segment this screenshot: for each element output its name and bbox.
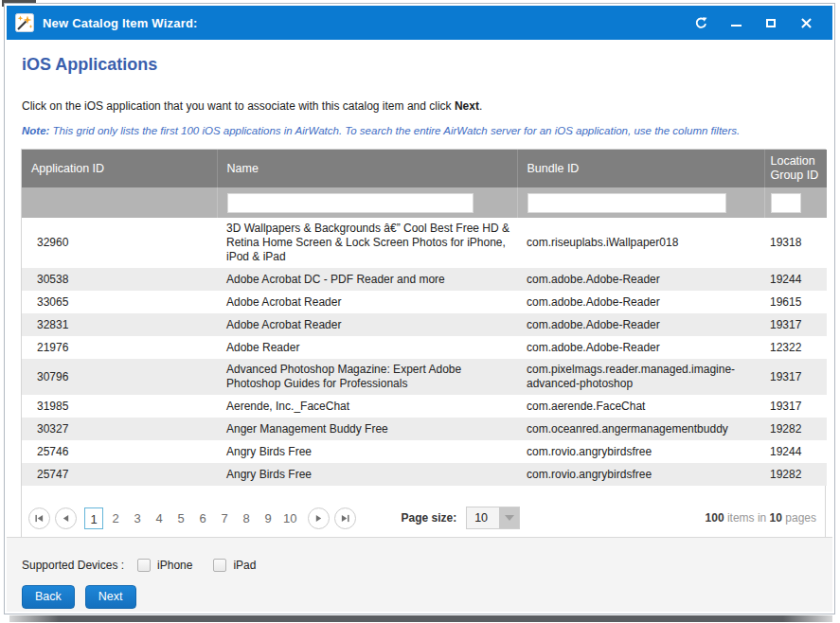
page-number-8[interactable]: 8 bbox=[237, 507, 256, 529]
page-number-7[interactable]: 7 bbox=[215, 507, 234, 529]
column-header-name[interactable]: Name bbox=[217, 150, 517, 187]
cell-bundle-id: com.aerende.FaceChat bbox=[517, 395, 764, 418]
table-row[interactable]: 25747 Angry Birds Free com.rovio.angrybi… bbox=[22, 463, 827, 486]
items-summary: 100 items in 10 pages bbox=[706, 511, 819, 525]
table-row[interactable]: 30538 Adobe Acrobat DC - PDF Reader and … bbox=[22, 268, 827, 291]
note-text: Note: This grid only lists the first 100… bbox=[22, 125, 740, 136]
last-page-button[interactable] bbox=[334, 507, 356, 529]
page-number-1[interactable]: 1 bbox=[84, 507, 103, 529]
cell-bundle-id: com.oceanred.angermanagementbuddy bbox=[517, 418, 764, 440]
table-row[interactable]: 25746 Angry Birds Free com.rovio.angrybi… bbox=[22, 440, 827, 463]
table-row[interactable]: 32831 Adobe Acrobat Reader com.adobe.Ado… bbox=[22, 313, 827, 336]
cell-bundle-id: com.adobe.Adobe-Reader bbox=[517, 336, 764, 359]
wizard-buttons: Back Next bbox=[22, 585, 136, 609]
items-summary-mid: items in bbox=[724, 511, 770, 525]
page-number-2[interactable]: 2 bbox=[106, 507, 125, 529]
ipad-checkbox-label[interactable]: iPad bbox=[233, 559, 256, 572]
table-row[interactable]: 31985 Aerende, Inc._FaceChat com.aerende… bbox=[22, 395, 827, 418]
filter-cell-location-group-id bbox=[764, 187, 827, 218]
cell-app-id: 30796 bbox=[22, 359, 217, 395]
maximize-icon[interactable] bbox=[763, 15, 778, 30]
bundle-id-filter-input[interactable] bbox=[527, 193, 726, 213]
items-summary-end: pages bbox=[782, 511, 816, 525]
next-button[interactable]: Next bbox=[85, 585, 136, 609]
instruction-period: . bbox=[479, 99, 482, 113]
cell-app-id: 32831 bbox=[22, 313, 217, 336]
cell-name: 3D Wallpapers & Backgrounds â€” Cool Bes… bbox=[217, 218, 517, 268]
cell-name: Advanced Photoshop Magazine: Expert Adob… bbox=[217, 359, 517, 395]
column-header-bundle-id[interactable]: Bundle ID bbox=[517, 150, 764, 187]
table-row[interactable]: 32960 3D Wallpapers & Backgrounds â€” Co… bbox=[22, 218, 827, 268]
previous-page-button[interactable] bbox=[55, 507, 77, 529]
filter-cell-name bbox=[217, 187, 517, 218]
page-number-6[interactable]: 6 bbox=[193, 507, 212, 529]
name-filter-input[interactable] bbox=[227, 193, 474, 213]
cell-location-group-id: 19615 bbox=[764, 291, 827, 313]
column-header-application-id[interactable]: Application ID bbox=[22, 150, 217, 187]
wizard-dialog: New Catalog Item Wizard: iOS Application… bbox=[4, 3, 835, 614]
cell-app-id: 31985 bbox=[22, 395, 217, 418]
chevron-down-icon bbox=[505, 515, 514, 521]
cell-bundle-id: com.riseuplabs.iWallpaper018 bbox=[517, 218, 764, 268]
page-number-3[interactable]: 3 bbox=[128, 507, 147, 529]
location-group-id-filter-input[interactable] bbox=[771, 193, 801, 213]
first-page-button[interactable] bbox=[28, 507, 50, 529]
page-number-10[interactable]: 10 bbox=[280, 507, 299, 529]
cell-name: Adobe Acrobat Reader bbox=[217, 313, 517, 336]
instruction-text: Click on the iOS application that you wa… bbox=[22, 99, 482, 113]
cell-bundle-id: com.pixelmags.reader.managed.imagine-adv… bbox=[517, 359, 764, 395]
table-row[interactable]: 21976 Adobe Reader com.adobe.Adobe-Reade… bbox=[22, 336, 827, 359]
cell-bundle-id: com.adobe.Adobe-Reader bbox=[517, 313, 764, 336]
filter-cell-bundle-id bbox=[517, 187, 764, 218]
cell-app-id: 25746 bbox=[22, 440, 217, 463]
page-number-9[interactable]: 9 bbox=[259, 507, 277, 529]
cell-app-id: 33065 bbox=[22, 291, 217, 313]
table-row[interactable]: 33065 Adobe Acrobat Reader com.adobe.Ado… bbox=[22, 291, 827, 313]
cell-location-group-id: 19317 bbox=[764, 395, 827, 418]
table-header-row: Application ID Name Bundle ID Location G… bbox=[22, 150, 827, 187]
pages-count: 10 bbox=[770, 511, 782, 525]
page-size-label: Page size: bbox=[401, 511, 456, 525]
cell-bundle-id: com.rovio.angrybirdsfree bbox=[517, 463, 764, 486]
page-size-value: 10 bbox=[467, 507, 499, 528]
cell-app-id: 32960 bbox=[22, 218, 217, 268]
cell-app-id: 30538 bbox=[22, 268, 217, 291]
table-row[interactable]: 30327 Anger Management Buddy Free com.oc… bbox=[22, 418, 827, 440]
cell-location-group-id: 12322 bbox=[764, 336, 827, 359]
close-icon[interactable] bbox=[798, 15, 813, 30]
cell-bundle-id: com.rovio.angrybirdsfree bbox=[517, 440, 764, 463]
supported-devices-row: Supported Devices : iPhone iPad bbox=[22, 559, 256, 572]
ipad-checkbox[interactable] bbox=[213, 559, 226, 572]
applications-grid: Application ID Name Bundle ID Location G… bbox=[21, 149, 826, 538]
minimize-icon[interactable] bbox=[728, 15, 743, 30]
note-label: Note: bbox=[22, 125, 49, 136]
cell-name: Adobe Reader bbox=[217, 336, 517, 359]
window-title: New Catalog Item Wizard: bbox=[43, 16, 198, 30]
cell-location-group-id: 19244 bbox=[764, 268, 827, 291]
page-title: iOS Applications bbox=[22, 55, 157, 75]
iphone-checkbox-label[interactable]: iPhone bbox=[157, 559, 192, 572]
page-number-5[interactable]: 5 bbox=[171, 507, 190, 529]
supported-devices-label: Supported Devices : bbox=[22, 559, 124, 572]
refresh-icon[interactable] bbox=[693, 15, 708, 30]
cell-location-group-id: 19318 bbox=[764, 218, 827, 268]
cell-app-id: 21976 bbox=[22, 336, 217, 359]
back-button[interactable]: Back bbox=[22, 585, 75, 609]
page-size-dropdown-button[interactable] bbox=[499, 507, 519, 528]
iphone-checkbox[interactable] bbox=[137, 559, 151, 572]
cell-name: Angry Birds Free bbox=[217, 463, 517, 486]
cell-bundle-id: com.adobe.Adobe-Reader bbox=[517, 268, 764, 291]
next-page-button[interactable] bbox=[308, 507, 330, 529]
page-number-4[interactable]: 4 bbox=[150, 507, 169, 529]
cell-app-id: 25747 bbox=[22, 463, 217, 486]
pager-bar: 1 2 3 4 5 6 7 8 9 10 Page size: 10 bbox=[22, 486, 825, 538]
cell-name: Angry Birds Free bbox=[217, 440, 517, 463]
cell-app-id: 30327 bbox=[22, 418, 217, 440]
column-header-location-group-id[interactable]: Location Group ID bbox=[764, 150, 827, 187]
cell-bundle-id: com.adobe.Adobe-Reader bbox=[517, 291, 764, 313]
cell-name: Aerende, Inc._FaceChat bbox=[217, 395, 517, 418]
table-row[interactable]: 30796 Advanced Photoshop Magazine: Exper… bbox=[22, 359, 827, 395]
cell-location-group-id: 19282 bbox=[764, 463, 827, 486]
page-size-dropdown[interactable]: 10 bbox=[466, 507, 520, 529]
cell-location-group-id: 19244 bbox=[764, 440, 827, 463]
